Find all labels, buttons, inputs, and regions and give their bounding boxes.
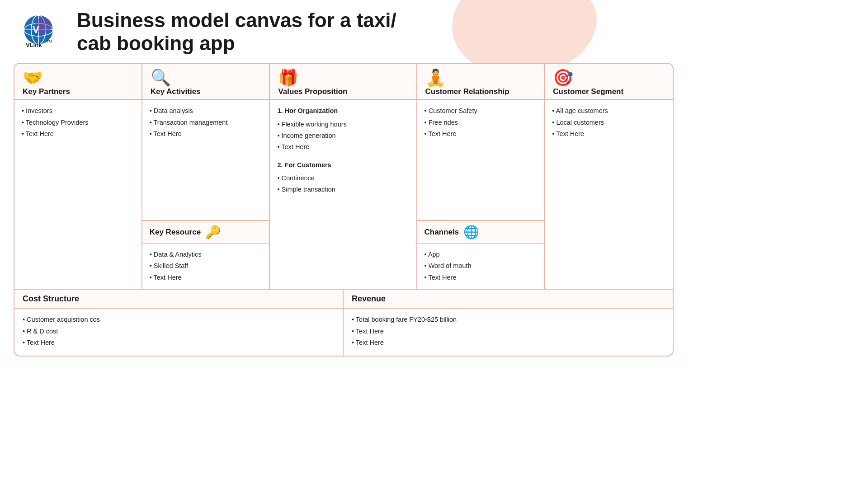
- business-model-canvas: 🤝 Key Partners 🔍 Key Activities 🎁 Values…: [14, 63, 674, 357]
- channels-label: Channels: [425, 228, 459, 237]
- list-item: • Income generation: [277, 130, 409, 141]
- list-item: • Total booking fare FY20-$25 billion: [352, 314, 665, 325]
- list-item: • Flexible working hours: [277, 119, 409, 130]
- key-resource-header: Key Resource 🔑: [142, 221, 269, 244]
- revenue-cell: Revenue • Total booking fare FY20-$25 bi…: [344, 290, 673, 356]
- list-item: • Data & Analytics: [150, 249, 262, 260]
- list-item: • Text Here: [352, 337, 665, 348]
- globe-icon: 🌐: [463, 225, 479, 239]
- vlink-logo: V VLink TM: [14, 12, 63, 52]
- key-activities-label: Key Activities: [151, 87, 201, 96]
- values-section2-title: 2. For Customers: [277, 160, 409, 171]
- list-item: • Text Here: [352, 326, 665, 337]
- key-resource-section: Key Resource 🔑 • Data & Analytics • Skil…: [142, 220, 269, 289]
- segment-icon: 🎯: [553, 68, 573, 87]
- channels-body: • App • Word of mouth • Text Here: [417, 244, 544, 289]
- list-item: • App: [425, 249, 537, 260]
- key-activities-icon-cell: 🔍 Key Activities: [142, 64, 270, 99]
- list-item: • Text Here: [150, 272, 262, 283]
- customer-rel-body: • Customer Safety • Free rides • Text He…: [417, 100, 544, 220]
- key-resource-icon: 🔑: [205, 225, 221, 239]
- key-activities-body: • Data analysis • Transaction management…: [142, 100, 269, 220]
- list-item: • Text Here: [23, 337, 335, 348]
- values-prop-label: Values Proposition: [278, 87, 347, 96]
- key-partners-icon-cell: 🤝 Key Partners: [14, 64, 142, 99]
- bottom-row: Cost Structure • Customer acquisition co…: [14, 290, 673, 356]
- list-item: • Text Here: [277, 141, 409, 153]
- list-item: • Text Here: [425, 128, 537, 140]
- list-item: • Text Here: [150, 128, 262, 140]
- customer-seg-body: • All age customers • Local customers • …: [545, 100, 673, 289]
- list-item: • Skilled Staff: [150, 260, 262, 272]
- list-item: • Continence: [277, 173, 409, 184]
- list-item: • Local customers: [552, 117, 665, 128]
- list-item: • Text Here: [22, 128, 134, 140]
- list-item: • Free rides: [425, 117, 537, 128]
- list-item: • Transaction management: [150, 117, 262, 128]
- values-prop-body: 1. Hor Organization • Flexible working h…: [270, 100, 417, 289]
- customer-rel-label: Customer Relationship: [425, 87, 509, 96]
- cost-structure-body: • Customer acquisition cos • R & D cost …: [14, 309, 343, 356]
- list-item: • Technology Providers: [22, 117, 134, 128]
- list-item: • Customer acquisition cos: [23, 314, 335, 325]
- list-item: • Simple transaction: [277, 184, 409, 195]
- channels-header: Channels 🌐: [417, 221, 544, 244]
- values-prop-icon-cell: 🎁 Values Proposition: [270, 64, 417, 99]
- key-resource-body: • Data & Analytics • Skilled Staff • Tex…: [142, 244, 269, 289]
- page-title: Business model canvas for a taxi/ cab bo…: [77, 9, 396, 55]
- list-item: • Investors: [22, 105, 134, 117]
- list-item: • All age customers: [552, 105, 665, 117]
- channels-section: Channels 🌐 • App • Word of mouth • Text …: [417, 220, 544, 289]
- handshake-icon: 🤝: [23, 68, 43, 87]
- cost-structure-cell: Cost Structure • Customer acquisition co…: [14, 290, 344, 356]
- customer-seg-label: Customer Segment: [553, 87, 623, 96]
- revenue-label: Revenue: [344, 290, 673, 309]
- list-item: • Text Here: [552, 128, 665, 140]
- gear-search-icon: 🔍: [151, 68, 171, 87]
- gift-icon: 🎁: [278, 68, 298, 87]
- svg-text:VLink: VLink: [26, 42, 42, 48]
- list-item: • Customer Safety: [425, 105, 537, 117]
- cost-structure-label: Cost Structure: [14, 290, 343, 309]
- customer-icon: 🧘: [425, 68, 446, 87]
- activities-resource-column: • Data analysis • Transaction management…: [142, 100, 270, 289]
- customer-rel-icon-cell: 🧘 Customer Relationship: [417, 64, 545, 99]
- values-section1-title: 1. Hor Organization: [277, 105, 409, 117]
- key-partners-label: Key Partners: [23, 87, 70, 96]
- revenue-body: • Total booking fare FY20-$25 billion • …: [344, 309, 673, 356]
- list-item: • Word of mouth: [425, 260, 537, 272]
- customer-seg-icon-cell: 🎯 Customer Segment: [545, 64, 673, 99]
- relationship-channels-column: • Customer Safety • Free rides • Text He…: [417, 100, 545, 289]
- list-item: • Data analysis: [150, 105, 262, 117]
- svg-text:V: V: [33, 24, 39, 35]
- key-partners-body: • Investors • Technology Providers • Tex…: [14, 100, 142, 289]
- list-item: • Text Here: [425, 272, 537, 283]
- page-header: V VLink TM Business model canvas for a t…: [14, 9, 674, 55]
- list-item: • R & D cost: [23, 326, 335, 337]
- svg-text:TM: TM: [47, 39, 52, 43]
- key-resource-label: Key Resource: [150, 228, 201, 237]
